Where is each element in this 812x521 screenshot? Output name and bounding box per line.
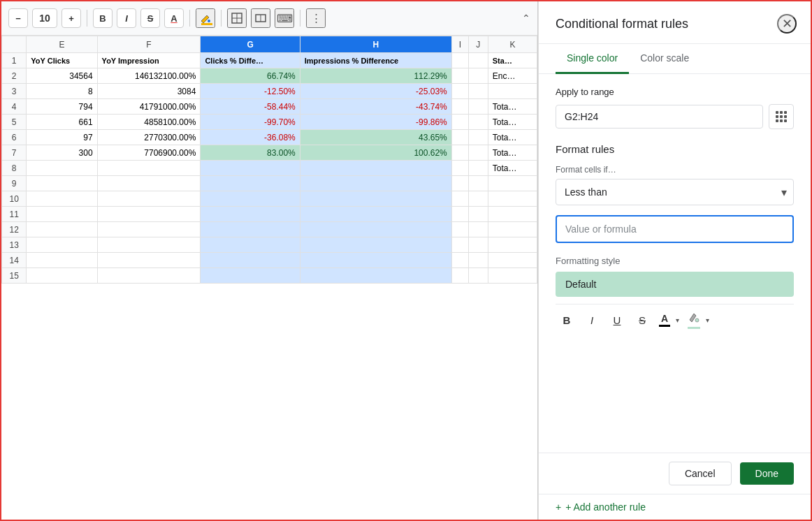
cell-e13[interactable]	[27, 237, 97, 253]
cell-k9[interactable]	[488, 176, 537, 191]
col-header-f[interactable]: F	[97, 36, 201, 53]
cell-f13[interactable]	[97, 237, 201, 253]
cell-k13[interactable]	[488, 237, 537, 253]
font-color-btn[interactable]: A	[656, 312, 673, 328]
add-another-rule-row[interactable]: + + Add another rule	[539, 494, 811, 520]
cell-j13[interactable]	[468, 237, 488, 253]
fill-color-btn[interactable]	[196, 8, 215, 28]
cell-h12[interactable]	[300, 222, 451, 237]
cell-j10[interactable]	[468, 191, 488, 207]
cell-g4[interactable]: -58.44%	[201, 99, 300, 115]
cell-h5[interactable]: -99.86%	[300, 115, 451, 130]
cell-i3[interactable]	[451, 84, 468, 99]
cell-k12[interactable]	[488, 222, 537, 237]
cell-e10[interactable]	[27, 191, 97, 207]
cell-h11[interactable]	[300, 207, 451, 222]
cell-k6[interactable]: Tota…	[488, 130, 537, 145]
cell-f9[interactable]	[97, 176, 201, 191]
cell-i15[interactable]	[451, 268, 468, 284]
cell-e5[interactable]: 661	[27, 115, 97, 130]
cell-i14[interactable]	[451, 253, 468, 268]
col-header-e[interactable]: E	[27, 36, 97, 53]
range-input[interactable]	[556, 105, 763, 129]
italic-btn[interactable]: I	[117, 8, 136, 28]
cell-e6[interactable]: 97	[27, 130, 97, 145]
col-header-h[interactable]: H	[300, 36, 451, 53]
italic-style-btn[interactable]: I	[581, 309, 603, 331]
col-header-i[interactable]: I	[451, 36, 468, 53]
cell-g11[interactable]	[201, 207, 300, 222]
cell-i9[interactable]	[451, 176, 468, 191]
cell-j4[interactable]	[468, 99, 488, 115]
cell-i2[interactable]	[451, 68, 468, 84]
cell-k15[interactable]	[488, 268, 537, 284]
cell-f1[interactable]: YoY Impression	[97, 53, 201, 68]
cell-k14[interactable]	[488, 253, 537, 268]
cell-h8[interactable]	[300, 161, 451, 176]
cell-f11[interactable]	[97, 207, 201, 222]
more-btn[interactable]: ⋮	[306, 8, 326, 28]
cell-g13[interactable]	[201, 237, 300, 253]
cell-k8[interactable]: Tota…	[488, 161, 537, 176]
cell-e2[interactable]: 34564	[27, 68, 97, 84]
fill-color-btn[interactable]	[685, 309, 703, 330]
cell-j7[interactable]	[468, 145, 488, 161]
cell-e15[interactable]	[27, 268, 97, 284]
cell-j12[interactable]	[468, 222, 488, 237]
cell-g12[interactable]	[201, 222, 300, 237]
bold-btn[interactable]: B	[93, 8, 113, 28]
cell-g9[interactable]	[201, 176, 300, 191]
cell-h2[interactable]: 112.29%	[300, 68, 451, 84]
cancel-button[interactable]: Cancel	[669, 462, 732, 485]
cell-h6[interactable]: 43.65%	[300, 130, 451, 145]
cell-f10[interactable]	[97, 191, 201, 207]
cell-g3[interactable]: -12.50%	[201, 84, 300, 99]
cell-i11[interactable]	[451, 207, 468, 222]
cell-f14[interactable]	[97, 253, 201, 268]
tab-single-color[interactable]: Single color	[556, 44, 629, 74]
col-header-g[interactable]: G	[201, 36, 300, 53]
cell-h1[interactable]: Impressions % Difference	[300, 53, 451, 68]
cell-f8[interactable]	[97, 161, 201, 176]
collapse-btn[interactable]: ⌃	[522, 13, 530, 24]
cell-e8[interactable]	[27, 161, 97, 176]
cell-e11[interactable]	[27, 207, 97, 222]
cell-h10[interactable]	[300, 191, 451, 207]
cell-i7[interactable]	[451, 145, 468, 161]
cell-h15[interactable]	[300, 268, 451, 284]
cell-j5[interactable]	[468, 115, 488, 130]
cell-j14[interactable]	[468, 253, 488, 268]
done-button[interactable]: Done	[740, 462, 794, 485]
cell-g1[interactable]: Clicks % Diffe…	[201, 53, 300, 68]
cell-h13[interactable]	[300, 237, 451, 253]
cell-f6[interactable]: 2770300.00%	[97, 130, 201, 145]
col-header-k[interactable]: K	[488, 36, 537, 53]
cell-g8[interactable]	[201, 161, 300, 176]
cell-i6[interactable]	[451, 130, 468, 145]
cell-k1[interactable]: Sta…	[488, 53, 537, 68]
cell-k3[interactable]	[488, 84, 537, 99]
cell-i4[interactable]	[451, 99, 468, 115]
cell-g6[interactable]: -36.08%	[201, 130, 300, 145]
cell-g10[interactable]	[201, 191, 300, 207]
tab-color-scale[interactable]: Color scale	[629, 44, 700, 74]
cell-g14[interactable]	[201, 253, 300, 268]
cell-g2[interactable]: 66.74%	[201, 68, 300, 84]
condition-select[interactable]: Less than Is empty Is not empty Greater …	[556, 179, 794, 205]
cell-h14[interactable]	[300, 253, 451, 268]
cell-g7[interactable]: 83.00%	[201, 145, 300, 161]
cell-e14[interactable]	[27, 253, 97, 268]
cell-f5[interactable]: 4858100.00%	[97, 115, 201, 130]
bold-style-btn[interactable]: B	[556, 309, 578, 331]
cell-e3[interactable]: 8	[27, 84, 97, 99]
cell-i10[interactable]	[451, 191, 468, 207]
cell-j8[interactable]	[468, 161, 488, 176]
merge-btn[interactable]	[251, 8, 270, 28]
cell-j6[interactable]	[468, 130, 488, 145]
cell-h9[interactable]	[300, 176, 451, 191]
cell-g15[interactable]	[201, 268, 300, 284]
cell-i1[interactable]	[451, 53, 468, 68]
font-size-btn[interactable]: 10	[32, 8, 57, 28]
cell-f2[interactable]: 146132100.00%	[97, 68, 201, 84]
cell-h3[interactable]: -25.03%	[300, 84, 451, 99]
